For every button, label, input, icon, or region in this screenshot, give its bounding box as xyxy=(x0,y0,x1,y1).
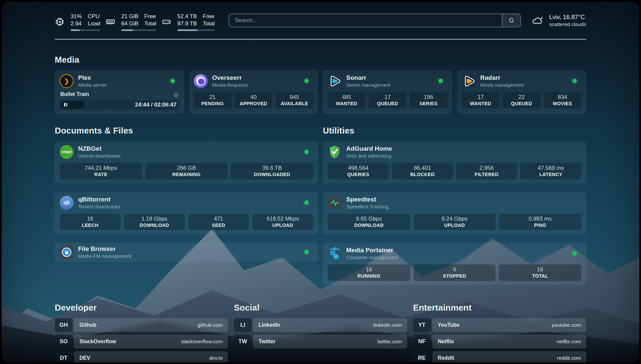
bookmark-dev[interactable]: DT DEVdev.to xyxy=(55,351,228,363)
stat-box: 9.24 GbpsUPLOAD xyxy=(413,214,496,230)
stat-box: 618.52 MbpsUPLOAD xyxy=(252,214,313,230)
memory-widget: 21 GiB64 GiB FreeTotal xyxy=(106,13,156,31)
stat-box: 834MOVIES xyxy=(544,92,581,108)
search-bar: G xyxy=(229,14,521,27)
service-name: Sonarr xyxy=(346,74,390,81)
overseerr-icon xyxy=(194,74,208,88)
background-snow-specks xyxy=(2,2,3,3)
service-card-nzbget[interactable]: nzbget NZBGet Usenet downloader 744.21 M… xyxy=(55,141,318,183)
service-card-qbittorrent[interactable]: qb qBittorrent Torrent downloader 16LEEC… xyxy=(55,192,318,234)
service-card-radarr[interactable]: Radarr Movie management 17WANTED 22QUEUE… xyxy=(457,70,587,114)
service-card-speedtest[interactable]: Speedtest Speedtest Tracking 9.65 GbpsDO… xyxy=(323,192,586,234)
stat-box: 21PENDING xyxy=(194,92,231,108)
service-subtitle: DNS and adblocking xyxy=(346,153,392,159)
stat-box: 945AVAILABLE xyxy=(276,92,313,108)
stat-box: 266 GBREMAINING xyxy=(145,163,228,179)
bookmark-twitter[interactable]: TW Twittertwitter.com xyxy=(234,335,407,349)
session-icon: ◎ xyxy=(174,91,179,98)
bookmark-github[interactable]: GH Githubgithub.com xyxy=(55,318,228,332)
adguard-icon xyxy=(328,145,342,159)
bookmark-group-entertainment: Entertainment YT YouTubeyoutube.com NF N… xyxy=(413,303,586,363)
bookmark-stackoverflow[interactable]: SO StackOverflowstackoverflow.com xyxy=(55,335,228,349)
service-subtitle: Usenet downloader xyxy=(78,153,121,159)
cpu-chip-icon xyxy=(55,17,65,27)
cloud-icon xyxy=(532,15,544,26)
section-title-documents: Documents & Files xyxy=(55,126,318,136)
service-subtitle: Media server xyxy=(78,82,107,88)
portainer-icon xyxy=(328,247,342,260)
status-dot xyxy=(439,79,443,83)
bookmark-linkedin[interactable]: LI LinkedInlinkedin.com xyxy=(234,318,407,332)
service-name: NZBGet xyxy=(78,145,121,152)
service-card-portainer[interactable]: Media Portainer Container management 16R… xyxy=(323,243,586,285)
service-name: Speedtest xyxy=(346,196,388,203)
radarr-icon xyxy=(462,74,476,88)
disk-values: 52.4 TB97.9 TB xyxy=(177,13,197,27)
service-card-sonarr[interactable]: Sonarr Series management 485WANTED 17QUE… xyxy=(323,70,452,114)
weather-location-temp: Lviv, 16.87°C xyxy=(549,13,586,21)
disk-widget: 52.4 TB97.9 TB FreeTotal xyxy=(162,13,215,31)
qbittorrent-icon: qb xyxy=(60,196,74,210)
stat-box: 471SEED xyxy=(188,214,249,230)
status-dot xyxy=(572,79,577,83)
stat-box: 17QUEUED xyxy=(369,92,406,108)
search-input[interactable] xyxy=(229,14,502,27)
stat-box: 2,956FILTERED xyxy=(456,163,517,179)
nzbget-icon: nzbget xyxy=(60,145,74,159)
stat-box: 485WANTED xyxy=(328,92,365,108)
status-dot xyxy=(304,79,309,83)
service-subtitle: Media File Management xyxy=(78,253,131,259)
service-name: Media Portainer xyxy=(346,247,398,254)
bookmark-reddit[interactable]: RE Redditreddit.com xyxy=(413,351,586,363)
top-bar: 31%2.94 CPULoad 21 GiB64 GiB FreeTotal xyxy=(55,13,586,31)
section-title-social: Social xyxy=(234,303,407,313)
weather-widget: Lviv, 16.87°C scattered clouds xyxy=(532,13,586,28)
status-dot xyxy=(170,79,175,83)
memory-icon xyxy=(106,17,115,27)
status-dot xyxy=(304,250,309,254)
pause-indicator[interactable] xyxy=(61,101,84,109)
stat-box: 498,564QUERIES xyxy=(328,163,389,179)
stat-box: 9.65 GbpsDOWNLOAD xyxy=(328,214,410,230)
section-media: Media ❯ Plex Media server Bullet Train ◎ xyxy=(55,55,586,114)
cpu-values: 31%2.94 xyxy=(71,13,82,27)
service-name: AdGuard Home xyxy=(346,145,392,152)
stat-box: 16LEECH xyxy=(60,214,121,230)
service-subtitle: Movie management xyxy=(480,82,524,88)
stat-box: 40APPROVED xyxy=(235,92,272,108)
weather-condition: scattered clouds xyxy=(549,21,586,28)
service-name: Radarr xyxy=(480,74,524,81)
service-card-plex[interactable]: ❯ Plex Media server Bullet Train ◎ 24:44 xyxy=(55,70,184,114)
bookmark-netflix[interactable]: NF Netflixnetflix.com xyxy=(413,335,586,349)
stat-box: 47.569 msLATENCY xyxy=(520,163,581,179)
cpu-labels: CPULoad xyxy=(88,13,100,27)
plex-icon: ❯ xyxy=(60,74,74,88)
bookmark-youtube[interactable]: YT YouTubeyoutube.com xyxy=(413,318,586,332)
section-title-developer: Developer xyxy=(55,303,228,313)
section-title-utilities: Utilities xyxy=(323,126,586,136)
playback-time: 24:44 / 02:06:47 xyxy=(135,102,177,108)
stat-box: 16TOTAL xyxy=(499,264,581,281)
now-playing-title: Bullet Train xyxy=(60,91,89,97)
bookmarks-section: Developer GH Githubgithub.com SO StackOv… xyxy=(55,303,586,363)
service-name: File Browser xyxy=(78,245,131,253)
search-provider-button[interactable]: G xyxy=(502,14,520,27)
status-dot xyxy=(304,150,309,154)
service-card-filebrowser[interactable]: File Browser Media File Management xyxy=(55,243,318,262)
service-card-overseerr[interactable]: Overseerr Media Requests 21PENDING 40APP… xyxy=(189,70,319,114)
stat-box: 0STOPPED xyxy=(413,264,496,281)
service-name: Plex xyxy=(78,74,107,81)
service-subtitle: Media Requests xyxy=(212,82,248,88)
stat-box: 86,401BLOCKED xyxy=(392,163,453,179)
service-subtitle: Speedtest Tracking xyxy=(346,204,388,209)
service-subtitle: Series management xyxy=(346,82,390,88)
header-divider xyxy=(55,39,586,40)
service-subtitle: Container management xyxy=(346,255,398,260)
memory-usage-bar xyxy=(121,29,156,31)
playback-progress[interactable]: 24:44 / 02:06:47 xyxy=(60,100,179,110)
stat-box: 1.19 GbpsDOWNLOAD xyxy=(124,214,185,230)
service-card-adguard[interactable]: AdGuard Home DNS and adblocking 498,564Q… xyxy=(323,141,586,183)
section-utilities: Utilities AdGuard Home DNS and adblock xyxy=(323,126,586,285)
stat-box: 39.6 TBDOWNLOADED xyxy=(231,163,313,179)
section-title-media: Media xyxy=(55,55,586,65)
